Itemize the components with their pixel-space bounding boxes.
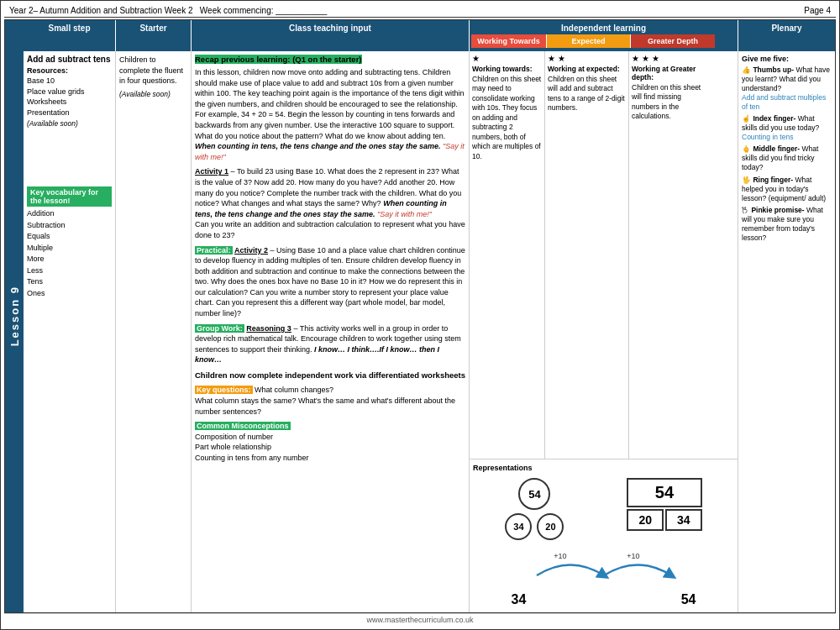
box-bottom-row: 20 34 bbox=[627, 509, 701, 531]
expected-text: Children on this sheet will add and subt… bbox=[548, 75, 626, 113]
box-top-value: 54 bbox=[627, 478, 701, 507]
independent-column: ★ Working towards: Children on this shee… bbox=[470, 51, 738, 612]
working-text: Children on this sheet may need to conso… bbox=[472, 75, 542, 161]
starter-available: (Available soon) bbox=[119, 90, 187, 98]
page-number: Page 4 bbox=[804, 6, 831, 15]
arrow-diagram: +10 +10 34 54 bbox=[470, 549, 738, 612]
table-container: Small step Starter Class teaching input … bbox=[24, 20, 835, 612]
recap-highlight: Recap previous learning: (Q1 on the star… bbox=[195, 55, 465, 64]
greater-heading: Working at Greater depth: bbox=[632, 65, 711, 81]
page-wrapper: Year 2– Autumn Addition and Subtraction … bbox=[0, 0, 840, 630]
resources-label: Resources: bbox=[27, 66, 112, 75]
circle-bottom-left: 34 bbox=[505, 513, 532, 540]
plenary-index: ☝ Index finger- What skills did you use … bbox=[742, 114, 832, 142]
arrow-svg: +10 +10 bbox=[503, 550, 705, 592]
teaching-misconceptions: Common Misconceptions Composition of num… bbox=[195, 421, 465, 463]
teaching-activity1: Activity 1 – To build 23 using Base 10. … bbox=[195, 166, 465, 240]
small-step-title: Add ad subtract tens bbox=[27, 55, 112, 64]
teaching-column: Recap previous learning: (Q1 on the star… bbox=[192, 51, 470, 612]
arrow-right-number: 54 bbox=[681, 592, 696, 607]
teaching-para1: In this lesson, children now move onto a… bbox=[195, 67, 465, 162]
teaching-independent-label: Children now complete independent work v… bbox=[195, 370, 465, 381]
teaching-activity2: Practical: Activity 2 – Using Base 10 an… bbox=[195, 245, 465, 319]
content-row: Add ad subtract tens Resources: Base 10 … bbox=[24, 51, 835, 612]
plenary-thumb: 👍 Thumbs up- What have you learnt? What … bbox=[742, 66, 832, 112]
key-vocab-section: Key vocabulary for the lesson! AdditionS… bbox=[27, 186, 112, 299]
lesson-number: Lesson 9 bbox=[8, 286, 21, 346]
index-icon: ☝ bbox=[742, 114, 751, 123]
header-plenary: Plenary bbox=[738, 20, 835, 51]
small-step-column: Add ad subtract tens Resources: Base 10 … bbox=[24, 51, 116, 612]
box-diagram: 54 20 34 bbox=[627, 478, 701, 531]
independent-subheaders: Working Towards Expected Greater Depth bbox=[471, 34, 736, 48]
plenary-ring: 🖖 Ring finger- What helped you in today'… bbox=[742, 176, 832, 203]
starter-column: Children to complete the fluent in four … bbox=[116, 51, 192, 612]
plenary-pinkie: 🖔 Pinkie promise- What will you make sur… bbox=[742, 206, 832, 243]
vocab-list: AdditionSubtractionEqualsMultipleMoreLes… bbox=[27, 208, 112, 299]
expected-stars: ★ ★ bbox=[548, 54, 626, 63]
page-footer: www.masterthecurriculum.co.uk bbox=[4, 613, 836, 626]
working-heading: Working towards: bbox=[472, 65, 542, 73]
independent-top: ★ Working towards: Children on this shee… bbox=[470, 51, 738, 459]
plenary-column: Give me five: 👍 Thumbs up- What have you… bbox=[738, 51, 835, 612]
rep-diagrams: 54 34 20 54 20 3 bbox=[470, 475, 738, 549]
circle-top-value: 54 bbox=[518, 478, 550, 510]
circle-bottom-row: 34 20 bbox=[505, 513, 564, 540]
page-header: Year 2– Autumn Addition and Subtraction … bbox=[4, 4, 836, 18]
subheader-expected: Expected bbox=[547, 34, 631, 48]
circle-bottom-right: 20 bbox=[537, 513, 564, 540]
expected-col: ★ ★ Working at expected: Children on thi… bbox=[545, 51, 629, 459]
starter-text: Children to complete the fluent in four … bbox=[119, 55, 187, 87]
ring-icon: 🖖 bbox=[742, 176, 751, 184]
column-headers: Small step Starter Class teaching input … bbox=[24, 20, 835, 51]
working-star: ★ bbox=[472, 54, 542, 63]
pinkie-icon: 🖔 bbox=[742, 206, 749, 214]
svg-text:+10: +10 bbox=[627, 552, 639, 560]
subheader-greater: Greater Depth bbox=[631, 34, 715, 48]
main-content: Lesson 9 Small step Starter Class teachi… bbox=[4, 19, 836, 613]
key-vocab-label: Key vocabulary for the lesson! bbox=[27, 186, 112, 207]
header-small-step: Small step bbox=[24, 20, 116, 51]
circle-diagram: 54 34 20 bbox=[505, 478, 564, 540]
box-bottom-left: 20 bbox=[627, 509, 664, 531]
thumb-icon: 👍 bbox=[742, 66, 751, 74]
resources-list: Base 10 Place value grids Worksheets Pre… bbox=[27, 76, 112, 118]
plenary-middle: 🖕 Middle finger- What skills did you fin… bbox=[742, 144, 832, 172]
box-bottom-right: 34 bbox=[665, 509, 702, 531]
middle-icon: 🖕 bbox=[742, 144, 751, 153]
subheader-working: Working Towards bbox=[471, 34, 547, 48]
teaching-group-work: Group Work: Reasoning 3 – This activity … bbox=[195, 323, 465, 365]
svg-text:+10: +10 bbox=[554, 552, 566, 560]
plenary-title: Give me five: bbox=[742, 55, 832, 63]
rep-label: Representations bbox=[470, 459, 738, 475]
lesson-sidebar: Lesson 9 bbox=[5, 20, 24, 612]
arrow-numbers: 34 54 bbox=[512, 592, 696, 607]
header-independent: Independent learning Working Towards Exp… bbox=[470, 20, 738, 51]
greater-stars: ★ ★ ★ bbox=[632, 54, 711, 63]
expected-heading: Working at expected: bbox=[548, 65, 626, 73]
teaching-key-questions: Key questions: What column changes? What… bbox=[195, 385, 465, 417]
header-starter: Starter bbox=[116, 20, 192, 51]
greater-col: ★ ★ ★ Working at Greater depth: Children… bbox=[629, 51, 713, 459]
representations-section: Representations 54 34 20 bbox=[470, 459, 738, 612]
header-teaching: Class teaching input bbox=[192, 20, 470, 51]
greater-text: Children on this sheet will find missing… bbox=[632, 83, 711, 122]
working-towards-col: ★ Working towards: Children on this shee… bbox=[470, 51, 545, 459]
page-title: Year 2– Autumn Addition and Subtraction … bbox=[9, 6, 327, 15]
available-soon: (Available soon) bbox=[27, 119, 112, 128]
arrow-left-number: 34 bbox=[512, 592, 527, 607]
